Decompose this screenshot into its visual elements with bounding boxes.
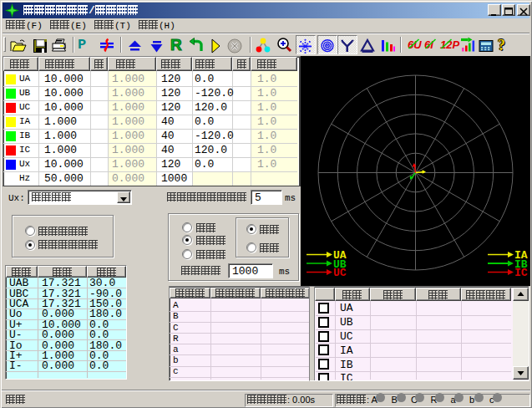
svg-text:UC: UC bbox=[333, 267, 347, 279]
svg-text:IC: IC bbox=[514, 267, 528, 279]
